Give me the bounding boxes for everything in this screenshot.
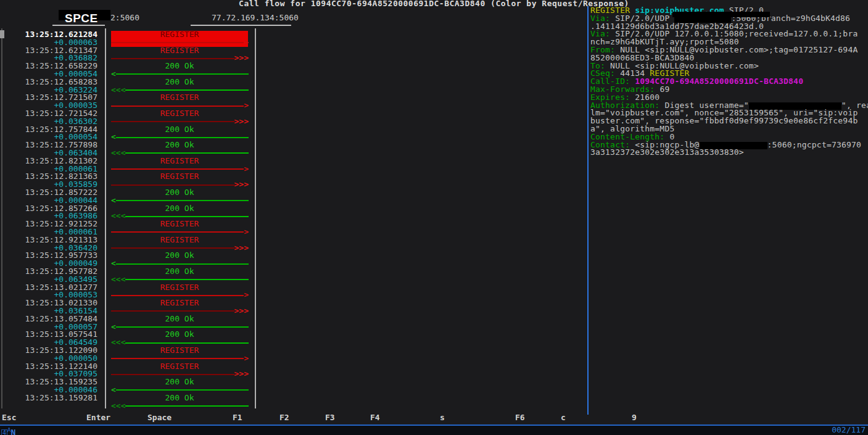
- hotkey-enter[interactable]: Enter: [86, 414, 110, 422]
- hotkey-f4[interactable]: F4: [370, 414, 380, 422]
- arrow-line: [125, 279, 249, 280]
- arrow-left-icon: <: [111, 133, 116, 141]
- message-method-label: REGISTER: [111, 157, 248, 165]
- message-method-label: REGISTER: [111, 236, 248, 244]
- hotkey-s[interactable]: s: [440, 414, 445, 422]
- flow-message-row[interactable]: 13:25:12.721542+0.036302REGISTER>>>: [0, 110, 586, 126]
- flow-message-row[interactable]: 13:25:13.122140+0.037095REGISTER>>>: [0, 363, 586, 379]
- arrow-line: [125, 405, 249, 407]
- message-method-label: 200 Ok: [111, 189, 248, 197]
- flow-message-row[interactable]: 13:25:13.159281200 Ok<<<: [0, 394, 586, 410]
- arrow-line: [111, 42, 244, 43]
- message-method-label: 200 Ok: [111, 268, 248, 276]
- sip-header-line: 3a3132372e302e302e313a35303830>: [590, 149, 868, 157]
- arrow-line: [125, 89, 249, 91]
- flow-message-row[interactable]: 13:25:12.821363+0.035859REGISTER>>>: [0, 173, 586, 189]
- message-method-label: 200 Ok: [111, 331, 248, 339]
- arrow-right-icon: >>>: [234, 118, 249, 126]
- sip-message-panel: REGISTER sip:voipbuster.com SIP/2.0Via: …: [590, 7, 868, 157]
- arrow-line: [116, 263, 249, 265]
- hotkey-bar: EscEnterSpaceF1F2F3F4sF6c9: [0, 414, 868, 423]
- flow-message-row[interactable]: 13:25:13.122090+0.000050REGISTER>: [0, 347, 586, 363]
- arrow-line: [125, 152, 249, 154]
- panel-separator: [587, 6, 589, 415]
- flow-message-row[interactable]: 13:25:13.021330+0.036154REGISTER>>>: [0, 299, 586, 315]
- arrow-line: [111, 247, 234, 249]
- arrow-right-icon: >: [244, 39, 249, 47]
- terminal-mode-indicator: 4AN: [1, 426, 15, 435]
- arrow-line: [116, 389, 249, 391]
- flow-message-row[interactable]: 13:25:12.721507+0.000035REGISTER>: [0, 94, 586, 110]
- message-method-label: 200 Ok: [111, 315, 248, 323]
- arrow-line: [116, 200, 249, 201]
- arrow-line: [116, 326, 249, 328]
- message-method-label: REGISTER: [111, 299, 248, 307]
- arrow-right-icon: >>>: [234, 54, 249, 62]
- flow-message-row[interactable]: 13:25:12.921313+0.036420REGISTER>>>: [0, 236, 586, 252]
- message-method-label: 200 Ok: [111, 62, 248, 70]
- message-timestamp: 13:25:13.159281: [0, 394, 97, 402]
- sip-text-segment: 3a3132372e302e302e313a35303830>: [590, 147, 744, 157]
- arrow-right-icon: >: [244, 355, 249, 363]
- sngrep-call-flow-window: Call flow for 1094CC70-694A8520000691DC-…: [0, 0, 868, 435]
- arrow-left-icon: <<<: [111, 339, 125, 347]
- hotkey-f6[interactable]: F6: [515, 414, 525, 422]
- arrow-line: [125, 342, 249, 344]
- arrow-left-icon: <<<: [111, 212, 125, 220]
- arrow-left-icon: <: [111, 197, 116, 205]
- flow-message-row[interactable]: 13:25:12.821302+0.000061REGISTER>: [0, 157, 586, 173]
- flow-message-row[interactable]: 13:25:12.757844+0.000054200 Ok<: [0, 126, 586, 142]
- message-method-label: 200 Ok: [111, 126, 248, 134]
- flow-message-row[interactable]: 13:25:13.057541+0.064549200 Ok<<<: [0, 331, 586, 347]
- flow-message-row[interactable]: 13:25:12.621284+0.000063REGISTER>: [0, 31, 586, 47]
- flow-message-row[interactable]: 13:25:12.957782+0.063495200 Ok<<<: [0, 268, 586, 284]
- flow-message-row[interactable]: 13:25:12.757898+0.063404200 Ok<<<: [0, 141, 586, 157]
- scroll-position-indicator: 002/117: [832, 426, 866, 434]
- hotkey-f3[interactable]: F3: [325, 414, 335, 422]
- flow-message-row[interactable]: 13:25:12.658283+0.063224200 Ok<<<: [0, 78, 586, 94]
- arrow-right-icon: >>>: [234, 244, 249, 252]
- arrow-line: [125, 216, 249, 217]
- arrow-line: [111, 168, 244, 170]
- arrow-right-icon: >: [244, 165, 249, 173]
- message-method-label: REGISTER: [111, 347, 248, 355]
- flow-message-row[interactable]: 13:25:13.057484+0.000057200 Ok<: [0, 315, 586, 331]
- arrow-line: [116, 137, 249, 138]
- arrow-right-icon: >>>: [234, 307, 249, 315]
- flow-message-row[interactable]: 13:25:12.921252+0.000061REGISTER>: [0, 220, 586, 236]
- arrow-line: [111, 121, 234, 122]
- redaction-box: [672, 12, 770, 17]
- flow-message-row[interactable]: 13:25:12.857222+0.000044200 Ok<: [0, 189, 586, 205]
- hotkey-f2[interactable]: F2: [279, 414, 289, 422]
- hotkey-c[interactable]: c: [561, 414, 566, 422]
- hotkey-9[interactable]: 9: [632, 414, 637, 422]
- message-method-label: REGISTER: [111, 363, 248, 371]
- message-method-label: REGISTER: [111, 284, 248, 292]
- status-bar: 4AN 002/117: [0, 426, 868, 435]
- hotkey-f1[interactable]: F1: [233, 414, 242, 422]
- message-method-label: 200 Ok: [111, 394, 248, 402]
- arrow-line: [116, 73, 249, 75]
- left-endpoint-redaction-label: SPCE: [65, 15, 98, 23]
- arrow-left-icon: <: [111, 386, 116, 394]
- message-arrow: <<<: [111, 402, 249, 410]
- flow-message-row[interactable]: 13:25:13.021277+0.000053REGISTER>: [0, 284, 586, 300]
- hotkey-space[interactable]: Space: [147, 414, 172, 422]
- flow-message-row[interactable]: 13:25:12.658229+0.000054200 Ok<: [0, 62, 586, 78]
- hotkey-esc[interactable]: Esc: [2, 414, 16, 422]
- right-endpoint-underline: [191, 25, 291, 26]
- arrow-line: [111, 231, 244, 233]
- arrow-left-icon: <<<: [111, 149, 125, 157]
- message-method-label: REGISTER: [111, 110, 248, 118]
- message-method-label: REGISTER: [111, 94, 248, 102]
- message-method-label: REGISTER: [111, 220, 248, 228]
- flow-message-row[interactable]: 13:25:12.957733+0.000049200 Ok<: [0, 252, 586, 268]
- flow-message-row[interactable]: 13:25:13.159235+0.000046200 Ok<: [0, 378, 586, 394]
- message-method-label: REGISTER: [111, 31, 248, 39]
- arrow-line: [111, 184, 234, 186]
- flow-message-row[interactable]: 13:25:12.857266+0.063986200 Ok<<<: [0, 205, 586, 221]
- arrow-right-icon: >: [244, 102, 249, 110]
- arrow-line: [111, 358, 244, 359]
- arrow-right-icon: >: [244, 291, 249, 299]
- flow-message-row[interactable]: 13:25:12.621347+0.036882REGISTER>>>: [0, 47, 586, 63]
